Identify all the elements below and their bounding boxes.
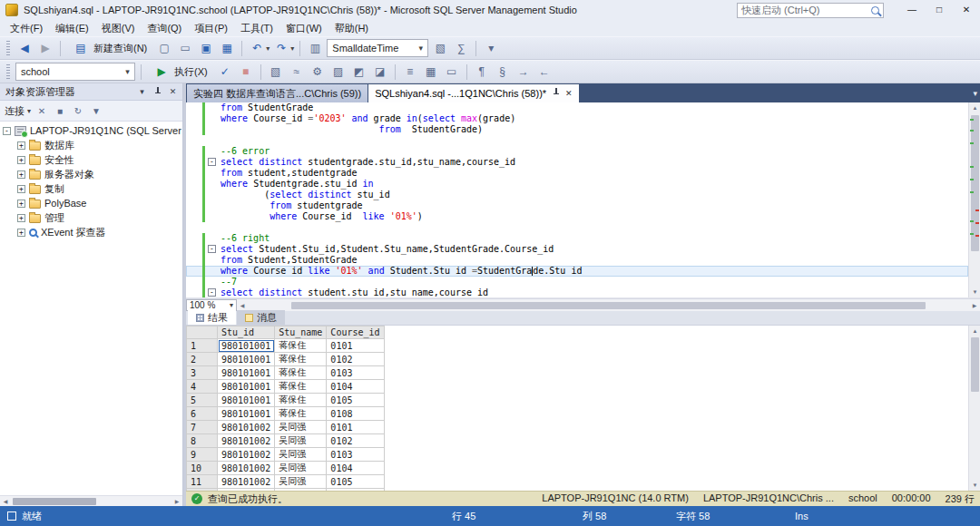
editor-hscrollbar[interactable]: ◀ ▶ xyxy=(237,299,980,311)
scrollbar-thumb[interactable] xyxy=(971,337,979,392)
comment-icon[interactable]: ¶ xyxy=(473,63,491,81)
uncomment-icon[interactable]: § xyxy=(494,63,512,81)
grid-row-number[interactable]: 1 xyxy=(187,339,218,353)
grid-cell[interactable]: 980101002 xyxy=(218,448,275,462)
code-line[interactable]: -select Student.Stu_id,Student.Stu_name,… xyxy=(186,244,968,255)
grid-cell[interactable]: 0101 xyxy=(327,421,384,434)
tree-node[interactable]: +PolyBase xyxy=(3,196,182,210)
pin-icon[interactable] xyxy=(151,85,164,99)
database-combo[interactable]: school ▾ xyxy=(15,63,135,81)
grid-cell[interactable]: 蒋保住 xyxy=(275,366,327,380)
scrollbar-thumb[interactable] xyxy=(291,302,926,309)
code-line[interactable]: from Student,StudentGrade xyxy=(186,255,968,266)
grid-cell[interactable]: 980101001 xyxy=(218,353,275,366)
maximize-button[interactable]: □ xyxy=(926,0,953,20)
expand-icon[interactable]: + xyxy=(17,185,25,193)
code-line[interactable]: from student,studentgrade xyxy=(186,168,968,179)
grid-cell[interactable]: 980101001 xyxy=(218,380,275,394)
grid-cell[interactable]: 980101001 xyxy=(218,407,275,421)
results-tab-results[interactable]: 结果 xyxy=(188,310,236,325)
fold-collapse-icon[interactable]: - xyxy=(208,158,216,166)
minimize-button[interactable]: — xyxy=(898,0,926,20)
editor-vscrollbar[interactable]: ▲ ▼ xyxy=(968,102,980,297)
fold-collapse-icon[interactable]: - xyxy=(208,288,216,297)
estimated-plan-icon[interactable]: ▧ xyxy=(267,63,285,81)
grid-cell[interactable]: 蒋保住 xyxy=(275,380,327,394)
code-line[interactable]: from studentgrade xyxy=(186,200,968,211)
menu-item-8[interactable]: 帮助(H) xyxy=(328,20,375,37)
grid-cell[interactable]: 0104 xyxy=(327,380,384,394)
tree-node[interactable]: +XEvent 探查器 xyxy=(3,225,182,239)
code-line[interactable]: -select distinct studentgrade.stu_id,stu… xyxy=(186,157,968,168)
code-line[interactable]: --6 right xyxy=(186,233,968,244)
grid-cell[interactable]: 980101002 xyxy=(218,434,275,448)
grid-row-number[interactable]: 3 xyxy=(187,366,218,380)
grid-cell[interactable]: 0105 xyxy=(327,475,384,489)
grid-cell[interactable]: 0103 xyxy=(327,366,384,380)
open-file-icon[interactable]: ▭ xyxy=(176,39,194,57)
grid-column-header[interactable]: Stu_id xyxy=(218,326,275,339)
grid-row-number[interactable]: 8 xyxy=(187,434,218,448)
menu-item-2[interactable]: 编辑(E) xyxy=(49,20,95,37)
new-file-icon[interactable]: ▢ xyxy=(155,39,173,57)
expand-icon[interactable]: + xyxy=(17,200,25,208)
results-to-text-icon[interactable]: ≡ xyxy=(401,63,419,81)
results-tab-messages[interactable]: 消息 xyxy=(237,310,285,325)
scroll-down-icon[interactable]: ▼ xyxy=(969,480,980,491)
tree-node[interactable]: +安全性 xyxy=(3,152,182,167)
grid-column-header[interactable]: Stu_name xyxy=(275,326,327,339)
grid-cell[interactable]: 吴同强 xyxy=(275,462,327,475)
expand-icon[interactable]: + xyxy=(17,214,25,222)
window-position-icon[interactable]: ▾ xyxy=(135,85,149,99)
grid-cell[interactable]: 0105 xyxy=(327,394,384,407)
scrollbar-track[interactable] xyxy=(248,300,969,311)
fold-collapse-icon[interactable]: - xyxy=(208,245,216,253)
grid-cell[interactable]: 吴同强 xyxy=(275,475,327,489)
decrease-indent-icon[interactable]: ← xyxy=(535,63,554,81)
scroll-right-icon[interactable]: ▶ xyxy=(969,300,980,311)
pin-icon[interactable] xyxy=(553,88,560,99)
new-query-button[interactable]: ▤ 新建查询(N) xyxy=(66,38,152,58)
menu-item-4[interactable]: 查询(Q) xyxy=(141,20,188,37)
grid-cell[interactable]: 0108 xyxy=(327,407,384,421)
grid-cell[interactable]: 980101002 xyxy=(218,421,275,434)
chevron-down-icon[interactable]: ▾ xyxy=(121,67,134,76)
collapse-icon[interactable]: - xyxy=(3,127,11,135)
grid-cell[interactable]: 980101001 xyxy=(218,394,275,407)
code-line[interactable]: (select distinct stu_id xyxy=(186,190,968,200)
document-tab-1[interactable]: 实验四 数据库查询语言...C\Chris (59)) xyxy=(187,84,368,102)
toolbar-grip[interactable] xyxy=(6,41,10,55)
chevron-down-icon[interactable]: ▾ xyxy=(414,44,427,53)
tree-node[interactable]: +服务器对象 xyxy=(3,167,182,181)
grid-cell[interactable]: 0102 xyxy=(327,353,384,366)
include-actual-plan-icon[interactable]: ◩ xyxy=(350,63,368,81)
save-icon[interactable]: ▣ xyxy=(197,39,215,57)
results-to-file-icon[interactable]: ▭ xyxy=(443,63,461,81)
grid-cell[interactable]: 980101002 xyxy=(218,475,275,489)
scroll-down-icon[interactable]: ▼ xyxy=(969,287,980,297)
stop-icon[interactable]: ■ xyxy=(53,103,67,118)
execution-plan-icon[interactable]: ▧ xyxy=(431,39,449,57)
scroll-up-icon[interactable]: ▲ xyxy=(969,102,980,113)
grid-cell[interactable]: 0101 xyxy=(327,339,384,353)
scroll-left-icon[interactable]: ◀ xyxy=(237,300,248,311)
navigate-back-icon[interactable]: ◀ xyxy=(15,39,34,57)
execute-button[interactable]: ▶ 执行(X) xyxy=(147,62,213,82)
query-options-icon[interactable]: ⚙ xyxy=(309,63,327,81)
menu-item-1[interactable]: 文件(F) xyxy=(4,20,49,37)
code-line[interactable]: --6 error xyxy=(186,146,968,157)
menu-item-3[interactable]: 视图(V) xyxy=(95,20,142,37)
client-statistics-icon[interactable]: ◪ xyxy=(371,63,389,81)
standard-combo[interactable]: SmalldateTime ▾ xyxy=(327,39,428,57)
results-vscrollbar[interactable]: ▲ ▼ xyxy=(968,326,980,491)
scroll-right-icon[interactable]: ▶ xyxy=(172,496,182,507)
grid-cell[interactable]: 吴同强 xyxy=(275,434,327,448)
tree-node[interactable]: +复制 xyxy=(3,181,182,196)
grid-row-number[interactable]: 7 xyxy=(187,421,218,434)
close-panel-icon[interactable]: ✕ xyxy=(166,85,180,99)
close-button[interactable]: ✕ xyxy=(953,0,980,20)
grid-row-number[interactable]: 4 xyxy=(187,380,218,394)
grid-cell[interactable]: 0108 xyxy=(327,489,384,492)
menu-item-6[interactable]: 工具(T) xyxy=(234,20,279,37)
grid-column-header[interactable]: Course_id xyxy=(327,326,384,339)
